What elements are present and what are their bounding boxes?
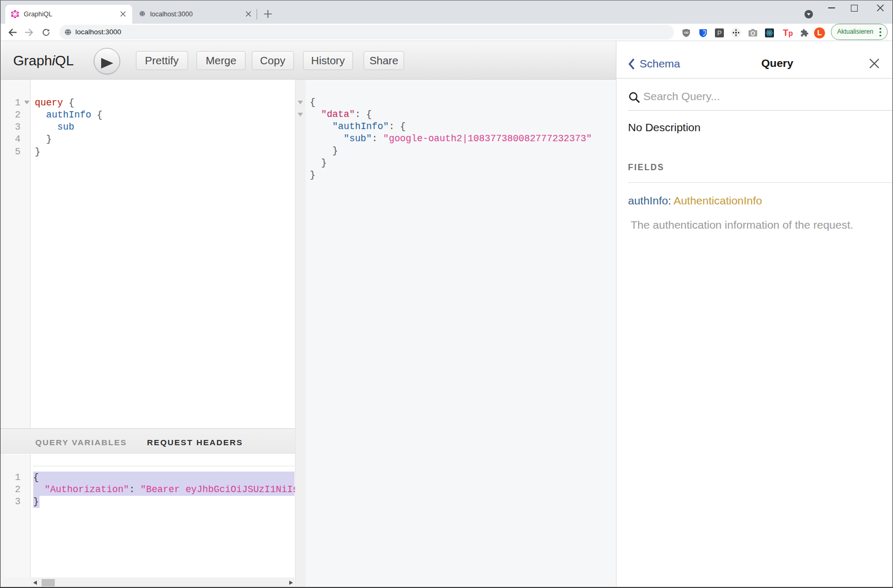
svg-text:UD: UD <box>684 31 688 34</box>
